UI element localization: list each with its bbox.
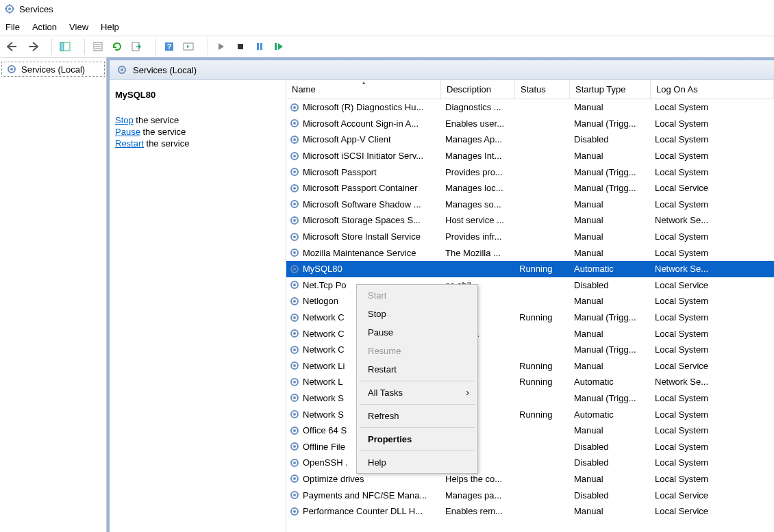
service-name: Network C [303, 344, 345, 355]
svg-point-63 [293, 413, 296, 416]
service-status: Running [515, 264, 570, 274]
service-startup-type: Manual (Trigg... [570, 183, 651, 193]
pause-service-link[interactable]: Pause [115, 127, 140, 137]
service-log-on-as: Local System [651, 393, 774, 403]
ctx-properties[interactable]: Properties [358, 430, 476, 448]
service-startup-type: Automatic [570, 264, 651, 274]
service-startup-type: Disabled [570, 457, 651, 468]
svg-point-71 [293, 477, 296, 480]
service-startup-type: Manual [570, 248, 651, 258]
service-description: Enables user... [441, 118, 515, 129]
svg-point-73 [293, 494, 296, 496]
svg-point-47 [293, 283, 296, 286]
column-header-description[interactable]: Description [441, 80, 515, 99]
svg-point-29 [293, 138, 296, 141]
service-row[interactable]: Payments and NFC/SE Mana...Manages pa...… [286, 487, 774, 503]
pause-service-button[interactable] [251, 38, 269, 55]
service-log-on-as: Local System [651, 442, 774, 452]
navigation-tree: Services (Local) [0, 58, 107, 532]
ctx-all-tasks[interactable]: All Tasks [358, 383, 476, 402]
column-header-status[interactable]: Status [515, 80, 570, 99]
gear-icon [289, 506, 300, 517]
ctx-stop[interactable]: Stop [358, 305, 476, 323]
properties-button[interactable] [89, 38, 107, 55]
service-details: MySQL80 Stop the service Pause the servi… [110, 80, 286, 532]
toolbar-separator [201, 38, 208, 55]
menu-file[interactable]: File [5, 22, 20, 32]
service-row[interactable]: MySQL80RunningAutomaticNetwork Se... [286, 261, 774, 277]
gear-icon [289, 102, 300, 113]
tree-item-services-local[interactable]: Services (Local) [1, 62, 105, 77]
forward-button[interactable] [23, 38, 41, 55]
service-row[interactable]: Microsoft iSCSI Initiator Serv...Manages… [286, 148, 774, 164]
back-button[interactable] [4, 38, 22, 55]
service-row[interactable]: Microsoft PassportProvides pro...Manual … [286, 164, 774, 180]
menu-view[interactable]: View [69, 22, 88, 32]
service-name: Microsoft Passport Container [303, 183, 418, 193]
gear-icon [289, 490, 300, 501]
gear-icon [289, 264, 300, 275]
stop-service-button[interactable] [232, 38, 249, 55]
service-row[interactable]: Microsoft App-V ClientManages Ap...Disab… [286, 131, 774, 148]
svg-point-23 [121, 68, 123, 71]
service-row[interactable]: Microsoft Storage Spaces S...Host servic… [286, 212, 774, 229]
svg-point-41 [293, 236, 296, 238]
service-startup-type: Disabled [570, 442, 651, 452]
run-dialog-button[interactable] [179, 38, 197, 55]
ctx-refresh[interactable]: Refresh [358, 407, 476, 425]
help-button[interactable]: ? [160, 38, 178, 55]
gear-icon [289, 409, 300, 420]
service-name: Network C [303, 329, 345, 339]
menu-help[interactable]: Help [101, 22, 119, 32]
stop-service-link[interactable]: Stop [115, 115, 134, 125]
column-header-startup-type[interactable]: Startup Type [570, 80, 651, 99]
column-header-log-on-as[interactable]: Log On As [651, 80, 774, 99]
service-row[interactable]: Microsoft Store Install ServiceProvides … [286, 229, 774, 245]
start-service-button[interactable] [212, 38, 230, 55]
service-row[interactable]: Microsoft (R) Diagnostics Hu...Diagnosti… [286, 99, 774, 116]
service-description: Manages Int... [441, 151, 515, 161]
service-log-on-as: Local System [651, 151, 774, 161]
service-startup-type: Manual [570, 215, 651, 225]
ctx-pause[interactable]: Pause [358, 323, 476, 342]
gear-icon [289, 166, 300, 177]
service-startup-type: Disabled [570, 134, 651, 144]
service-row[interactable]: Microsoft Account Sign-in A...Enables us… [286, 116, 774, 132]
service-row[interactable]: Microsoft Passport ContainerManages loc.… [286, 180, 774, 197]
restart-service-link[interactable]: Restart [115, 138, 144, 149]
service-name: Netlogon [303, 296, 338, 306]
service-startup-type: Manual (Trigg... [570, 118, 651, 129]
menu-action[interactable]: Action [32, 22, 57, 32]
show-hide-tree-button[interactable] [56, 38, 74, 55]
service-log-on-as: Local System [651, 134, 774, 144]
ctx-separator [360, 381, 475, 381]
service-row[interactable]: Microsoft Software Shadow ...Manages so.… [286, 197, 774, 213]
restart-service-button[interactable] [270, 38, 288, 55]
service-row[interactable]: Mozilla Maintenance ServiceThe Mozilla .… [286, 244, 774, 261]
service-name: Microsoft Storage Spaces S... [303, 215, 421, 225]
export-button[interactable] [127, 38, 145, 55]
refresh-button[interactable] [108, 38, 126, 55]
gear-icon [289, 199, 300, 210]
ctx-start: Start [358, 286, 476, 305]
service-row[interactable]: Performance Counter DLL H...Enables rem.… [286, 503, 774, 520]
column-header-name[interactable]: Name▴ [286, 80, 441, 99]
service-log-on-as: Local System [651, 102, 774, 112]
gear-icon [289, 151, 300, 162]
service-log-on-as: Local System [651, 167, 774, 177]
gear-icon [289, 134, 300, 145]
gear-icon [289, 344, 300, 355]
service-name: Mozilla Maintenance Service [303, 248, 416, 258]
service-log-on-as: Network Se... [651, 215, 774, 225]
service-startup-type: Manual (Trigg... [570, 393, 651, 403]
service-startup-type: Manual [570, 425, 651, 435]
service-log-on-as: Local Service [651, 183, 774, 193]
ctx-restart[interactable]: Restart [358, 360, 476, 379]
ctx-help[interactable]: Help [358, 453, 476, 472]
svg-rect-18 [260, 43, 262, 50]
sort-ascending-icon: ▴ [362, 80, 365, 86]
gear-icon [289, 425, 300, 436]
service-log-on-as: Local System [651, 425, 774, 435]
service-log-on-as: Local System [651, 296, 774, 306]
gear-icon [289, 392, 300, 403]
